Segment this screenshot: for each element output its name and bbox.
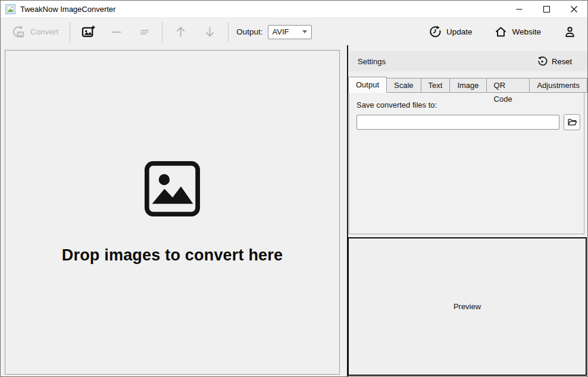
maximize-icon — [543, 6, 550, 12]
tab-text[interactable]: Text — [421, 78, 451, 93]
convert-button[interactable]: Convert — [8, 23, 62, 41]
move-up-icon — [174, 25, 187, 39]
image-placeholder-icon — [143, 160, 201, 220]
drop-zone[interactable]: Drop images to convert here — [5, 50, 340, 375]
output-format-select[interactable]: AVIF — [268, 25, 312, 39]
toolbar-separator — [162, 22, 162, 42]
browse-folder-button[interactable] — [564, 114, 580, 130]
update-label: Update — [446, 27, 473, 36]
settings-title: Settings — [358, 57, 386, 66]
preview-panel: Preview — [348, 237, 587, 376]
maximize-button[interactable] — [533, 1, 560, 17]
website-label: Website — [512, 27, 541, 36]
clear-list-icon — [138, 26, 151, 38]
close-icon — [571, 6, 577, 12]
drop-message: Drop images to convert here — [62, 246, 283, 265]
home-icon — [495, 26, 507, 38]
save-destination-input[interactable] — [356, 115, 559, 130]
folder-icon — [567, 117, 577, 127]
window-title: TweakNow ImageConverter — [20, 5, 115, 14]
remove-image-icon — [111, 26, 123, 38]
website-button[interactable]: Website — [491, 23, 545, 40]
reset-button[interactable]: Reset — [537, 56, 572, 67]
convert-icon — [12, 25, 26, 39]
app-window: TweakNow ImageConverter — [0, 0, 588, 377]
tab-qr-code[interactable]: QR Code — [486, 78, 530, 93]
output-format-label: Output: — [236, 27, 262, 36]
minimize-button[interactable] — [505, 1, 533, 17]
tab-scale[interactable]: Scale — [386, 78, 421, 93]
preview-label: Preview — [453, 302, 481, 311]
reset-icon — [537, 56, 548, 67]
tab-adjustments[interactable]: Adjustments — [529, 78, 587, 93]
settings-header: Settings Reset — [348, 51, 588, 71]
titlebar: TweakNow ImageConverter — [1, 1, 587, 18]
clear-list-button[interactable] — [135, 24, 154, 40]
toolbar-separator — [70, 22, 70, 42]
close-button[interactable] — [560, 1, 587, 17]
dropdown-arrow-icon — [302, 30, 307, 33]
move-down-button[interactable] — [199, 23, 220, 41]
output-format-value: AVIF — [273, 27, 289, 36]
person-icon — [564, 26, 576, 38]
reset-label: Reset — [552, 57, 572, 66]
save-destination-label: Save converted files to: — [349, 93, 584, 114]
tab-image[interactable]: Image — [449, 78, 486, 93]
remove-image-button[interactable] — [107, 24, 126, 40]
output-tab-panel: Save converted files to: — [349, 92, 584, 234]
toolbar: Convert — [1, 18, 587, 46]
account-button[interactable] — [560, 23, 580, 40]
update-button[interactable]: Update — [426, 23, 476, 40]
tab-output[interactable]: Output — [348, 77, 387, 93]
settings-tabs: Output Scale Text Image QR Code Adjustme… — [348, 78, 587, 93]
minimize-icon — [516, 6, 523, 12]
add-images-button[interactable] — [78, 23, 99, 41]
update-icon — [429, 26, 442, 38]
move-down-icon — [203, 25, 217, 39]
add-images-icon — [82, 25, 95, 39]
app-icon — [5, 4, 15, 14]
toolbar-separator — [228, 22, 229, 42]
convert-label: Convert — [30, 27, 58, 36]
move-up-button[interactable] — [170, 23, 191, 41]
